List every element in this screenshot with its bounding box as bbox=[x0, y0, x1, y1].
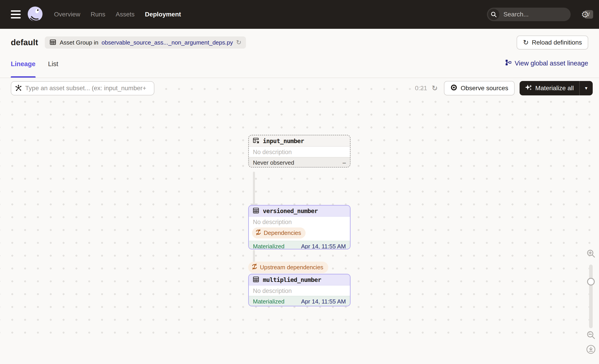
table-icon bbox=[49, 38, 56, 47]
dagster-octopus-logo[interactable] bbox=[27, 6, 43, 23]
materialize-all-button: Materialize all ▾ bbox=[520, 81, 593, 95]
search-icon bbox=[488, 9, 499, 20]
materialize-all-label: Materialize all bbox=[535, 85, 574, 92]
nav-item-runs[interactable]: Runs bbox=[91, 11, 105, 18]
org-chart-icon bbox=[505, 59, 511, 67]
nav-item-deployment[interactable]: Deployment bbox=[145, 11, 181, 18]
page-header: default Asset Group in observable_source… bbox=[0, 29, 599, 56]
asset-subset-filter[interactable] bbox=[11, 81, 154, 95]
lineage-canvas[interactable]: 0:21 ↻ Observe sources M bbox=[0, 78, 599, 341]
observable-source-table-icon bbox=[253, 137, 260, 145]
asset-status-value: – bbox=[343, 159, 346, 166]
upstream-dependencies-badge[interactable]: Upstream dependencies bbox=[248, 262, 328, 273]
zoom-slider-track[interactable] bbox=[589, 265, 593, 328]
reload-definitions-button[interactable]: ↻ Reload definitions bbox=[517, 35, 588, 50]
asset-status-row: Materialized Apr 14, 11:55 AM bbox=[249, 241, 350, 250]
gear-icon[interactable]: ⚙ bbox=[581, 10, 589, 19]
refresh-icon: ↻ bbox=[523, 39, 529, 46]
sparkle-icon bbox=[525, 84, 532, 93]
observe-sources-button[interactable]: Observe sources bbox=[444, 81, 515, 95]
nav-item-assets[interactable]: Assets bbox=[116, 11, 135, 18]
dependencies-warning-badge[interactable]: Dependencies bbox=[252, 227, 306, 238]
asset-node-input-number[interactable]: input_number No description Never observ… bbox=[248, 135, 351, 168]
asset-node-versioned-number[interactable]: versioned_number No description bbox=[248, 205, 351, 250]
asset-node-header[interactable]: multiplied_number bbox=[249, 275, 350, 286]
edge-input-to-versioned bbox=[253, 172, 255, 204]
graph-toolbar: 0:21 ↻ Observe sources M bbox=[11, 81, 593, 95]
table-icon bbox=[253, 276, 260, 284]
search-input[interactable] bbox=[503, 11, 585, 18]
asterisk-node-icon bbox=[15, 84, 22, 92]
dependencies-badge-label: Dependencies bbox=[264, 229, 301, 236]
view-global-asset-lineage-label: View global asset lineage bbox=[515, 60, 588, 67]
asset-status-value[interactable]: Apr 14, 11:55 AM bbox=[301, 298, 346, 305]
primary-nav: Overview Runs Assets Deployment bbox=[54, 11, 181, 18]
zoom-in-icon[interactable] bbox=[586, 249, 596, 259]
asset-name: multiplied_number bbox=[263, 276, 321, 283]
download-icon[interactable] bbox=[586, 344, 596, 355]
asset-node-multiplied-number[interactable]: multiplied_number No description Materia… bbox=[248, 274, 351, 306]
eye-icon bbox=[450, 84, 458, 93]
asset-subset-input[interactable] bbox=[25, 85, 150, 92]
reload-definitions-label: Reload definitions bbox=[532, 39, 582, 46]
asset-status-row: Never observed – bbox=[249, 157, 350, 168]
table-icon bbox=[253, 207, 260, 215]
asset-status-label: Never observed bbox=[253, 159, 294, 166]
asset-status-value[interactable]: Apr 14, 11:55 AM bbox=[301, 243, 346, 250]
dagster-app-window: Overview Runs Assets Deployment / ⚙ defa… bbox=[0, 0, 599, 364]
nav-item-overview[interactable]: Overview bbox=[54, 11, 80, 18]
observe-sources-label: Observe sources bbox=[461, 85, 508, 92]
asset-description: No description bbox=[249, 147, 350, 157]
upstream-dependencies-label: Upstream dependencies bbox=[260, 264, 323, 271]
asset-name: versioned_number bbox=[263, 208, 318, 214]
canvas-controls-bottom bbox=[586, 330, 596, 355]
canvas-controls bbox=[586, 249, 596, 259]
edge-versioned-to-badge bbox=[253, 250, 255, 262]
refresh-icon[interactable]: ↻ bbox=[236, 39, 241, 46]
top-nav-bar: Overview Runs Assets Deployment / ⚙ bbox=[0, 0, 599, 29]
global-search[interactable]: / bbox=[487, 8, 571, 21]
asset-node-header[interactable]: versioned_number bbox=[249, 206, 350, 217]
menu-icon[interactable] bbox=[11, 10, 21, 18]
asset-description: No description bbox=[249, 217, 350, 227]
refresh-countdown: 0:21 bbox=[415, 85, 427, 92]
refresh-icon[interactable]: ↻ bbox=[432, 85, 438, 92]
zoom-out-icon[interactable] bbox=[586, 330, 596, 341]
asset-status-label: Materialized bbox=[253, 243, 284, 250]
sync-alert-icon bbox=[251, 263, 258, 271]
asset-status-label: Materialized bbox=[253, 298, 284, 305]
page-title: default bbox=[11, 38, 38, 47]
tab-list[interactable]: List bbox=[48, 56, 58, 78]
tabs-row: Lineage List View global asset lineage bbox=[0, 56, 599, 78]
asset-group-file-link[interactable]: observable_source_ass..._non_argument_de… bbox=[101, 39, 233, 46]
asset-node-header[interactable]: input_number bbox=[249, 135, 350, 147]
materialize-options-dropdown[interactable]: ▾ bbox=[580, 81, 593, 95]
asset-group-breadcrumb: Asset Group in observable_source_ass..._… bbox=[45, 36, 246, 49]
tab-lineage[interactable]: Lineage bbox=[11, 56, 35, 78]
asset-group-label: Asset Group in bbox=[60, 39, 98, 46]
view-global-asset-lineage-link[interactable]: View global asset lineage bbox=[505, 56, 588, 67]
asset-description: No description bbox=[249, 286, 350, 296]
sync-alert-icon bbox=[255, 229, 262, 237]
materialize-all-main[interactable]: Materialize all bbox=[520, 81, 579, 95]
asset-name: input_number bbox=[263, 138, 304, 144]
asset-status-row: Materialized Apr 14, 11:55 AM bbox=[249, 296, 350, 306]
zoom-slider-handle[interactable] bbox=[587, 278, 595, 286]
